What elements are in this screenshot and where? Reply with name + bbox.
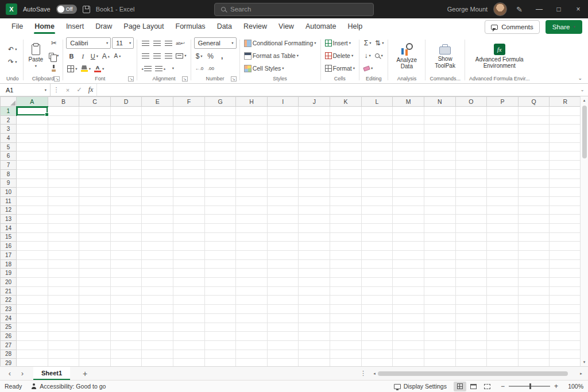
- cell-I14[interactable]: [267, 223, 299, 232]
- cell-B1[interactable]: [48, 107, 79, 116]
- cell-P28[interactable]: [487, 350, 519, 359]
- cell-O24[interactable]: [455, 313, 487, 323]
- cell-K26[interactable]: [330, 332, 362, 341]
- cell-L25[interactable]: [361, 323, 393, 332]
- cell-L23[interactable]: [361, 305, 393, 314]
- row-header-29[interactable]: 29: [1, 359, 17, 366]
- cell-O10[interactable]: [455, 188, 487, 197]
- cell-P11[interactable]: [487, 196, 519, 205]
- cell-H10[interactable]: [236, 188, 268, 197]
- cell-K29[interactable]: [330, 359, 362, 366]
- cell-G12[interactable]: [204, 205, 236, 215]
- cell-D15[interactable]: [110, 232, 142, 242]
- cell-N21[interactable]: [424, 286, 455, 296]
- cell-Q13[interactable]: [518, 215, 550, 224]
- cell-Q19[interactable]: [518, 269, 550, 278]
- column-header-D[interactable]: D: [110, 97, 142, 107]
- cell-P25[interactable]: [487, 323, 519, 332]
- find-select-button[interactable]: ▾: [374, 51, 384, 61]
- cell-O14[interactable]: [455, 223, 487, 232]
- cell-B19[interactable]: [48, 269, 79, 278]
- cell-C28[interactable]: [79, 350, 111, 359]
- cell-F7[interactable]: [173, 161, 205, 170]
- cell-H28[interactable]: [236, 350, 268, 359]
- cell-A28[interactable]: [17, 350, 48, 359]
- cell-G18[interactable]: [204, 259, 236, 269]
- decrease-font-size-button[interactable]: A▾: [112, 51, 122, 61]
- cell-R12[interactable]: [550, 205, 581, 215]
- cell-I10[interactable]: [267, 188, 299, 197]
- cell-D21[interactable]: [110, 286, 142, 296]
- cell-O6[interactable]: [455, 152, 487, 161]
- normal-view-button[interactable]: [454, 382, 466, 391]
- cell-M15[interactable]: [393, 232, 424, 242]
- cell-R18[interactable]: [550, 259, 581, 269]
- column-header-R[interactable]: R: [550, 97, 581, 107]
- cell-M29[interactable]: [393, 359, 424, 366]
- cell-N18[interactable]: [424, 259, 455, 269]
- tab-page-layout[interactable]: Page Layout: [118, 20, 169, 34]
- cell-G24[interactable]: [204, 313, 236, 323]
- cell-L11[interactable]: [361, 196, 393, 205]
- cell-N29[interactable]: [424, 359, 455, 366]
- cell-N6[interactable]: [424, 152, 455, 161]
- cell-A13[interactable]: [17, 215, 48, 224]
- row-header-8[interactable]: 8: [1, 169, 17, 178]
- cell-J2[interactable]: [299, 115, 330, 125]
- row-header-16[interactable]: 16: [1, 242, 17, 251]
- cancel-entry-button[interactable]: ×: [62, 87, 74, 94]
- cell-Q12[interactable]: [518, 205, 550, 215]
- cell-H5[interactable]: [236, 142, 268, 152]
- cell-K16[interactable]: [330, 242, 362, 251]
- cell-E27[interactable]: [142, 340, 173, 350]
- cell-C17[interactable]: [79, 251, 111, 260]
- cell-K11[interactable]: [330, 196, 362, 205]
- cell-P2[interactable]: [487, 115, 519, 125]
- row-header-15[interactable]: 15: [1, 232, 17, 242]
- cell-O19[interactable]: [455, 269, 487, 278]
- column-header-A[interactable]: A: [17, 97, 48, 107]
- cell-L14[interactable]: [361, 223, 393, 232]
- dialog-launcher-icon[interactable]: ↘: [231, 76, 237, 81]
- cell-D3[interactable]: [110, 125, 142, 134]
- cell-O3[interactable]: [455, 125, 487, 134]
- cell-G20[interactable]: [204, 278, 236, 287]
- insert-cells-button[interactable]: Insert▾: [324, 38, 353, 49]
- accounting-format-button[interactable]: $▾: [194, 51, 204, 61]
- cell-B25[interactable]: [48, 323, 79, 332]
- cell-E28[interactable]: [142, 350, 173, 359]
- search-input[interactable]: [230, 6, 345, 13]
- cell-I15[interactable]: [267, 232, 299, 242]
- cell-I17[interactable]: [267, 251, 299, 260]
- cell-M22[interactable]: [393, 296, 424, 305]
- cell-P26[interactable]: [487, 332, 519, 341]
- cell-D23[interactable]: [110, 305, 142, 314]
- cell-B18[interactable]: [48, 259, 79, 269]
- cell-G5[interactable]: [204, 142, 236, 152]
- cell-Q16[interactable]: [518, 242, 550, 251]
- cell-F26[interactable]: [173, 332, 205, 341]
- cell-L9[interactable]: [361, 178, 393, 188]
- cell-K12[interactable]: [330, 205, 362, 215]
- cell-D13[interactable]: [110, 215, 142, 224]
- cell-Q26[interactable]: [518, 332, 550, 341]
- cell-P6[interactable]: [487, 152, 519, 161]
- cell-G29[interactable]: [204, 359, 236, 366]
- cell-J9[interactable]: [299, 178, 330, 188]
- cell-Q25[interactable]: [518, 323, 550, 332]
- cell-B14[interactable]: [48, 223, 79, 232]
- cell-R23[interactable]: [550, 305, 581, 314]
- cell-L22[interactable]: [361, 296, 393, 305]
- italic-button[interactable]: I: [78, 51, 88, 61]
- tab-view[interactable]: View: [273, 20, 300, 34]
- cell-H13[interactable]: [236, 215, 268, 224]
- cell-D26[interactable]: [110, 332, 142, 341]
- cell-B11[interactable]: [48, 196, 79, 205]
- wrap-text-button[interactable]: ab↩: [175, 38, 186, 49]
- cell-O23[interactable]: [455, 305, 487, 314]
- cell-F28[interactable]: [173, 350, 205, 359]
- cell-J29[interactable]: [299, 359, 330, 366]
- autosum-button[interactable]: Σ▾: [362, 38, 373, 49]
- cell-I4[interactable]: [267, 134, 299, 143]
- cell-O5[interactable]: [455, 142, 487, 152]
